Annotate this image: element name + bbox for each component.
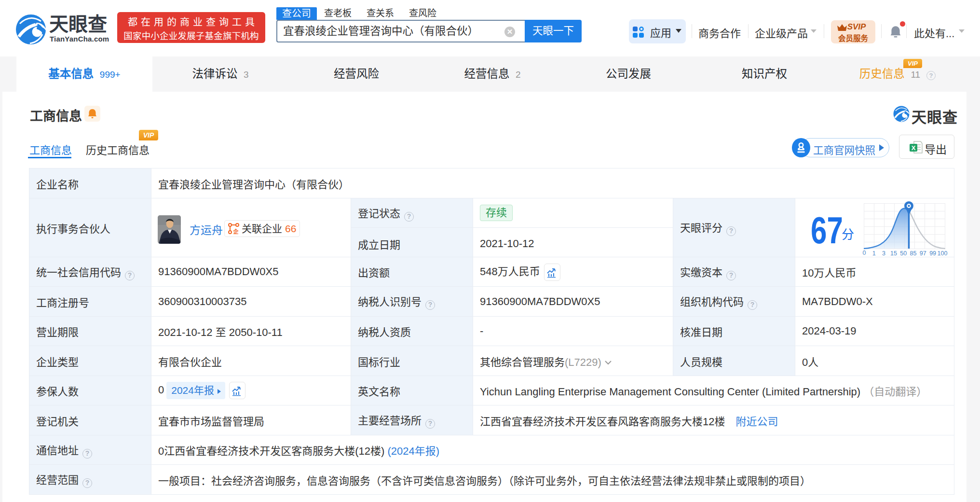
svg-text:15: 15 — [890, 250, 897, 257]
svg-text:99: 99 — [929, 250, 936, 257]
svg-text:3: 3 — [882, 250, 885, 257]
svg-text:100: 100 — [938, 250, 948, 257]
svg-text:97: 97 — [920, 250, 926, 257]
svg-text:85: 85 — [910, 250, 917, 257]
svg-text:X: X — [912, 144, 916, 152]
svg-text:企: 企 — [233, 228, 239, 234]
svg-text:1: 1 — [872, 250, 876, 257]
svg-text:0: 0 — [863, 250, 866, 256]
svg-text:50: 50 — [900, 250, 907, 257]
